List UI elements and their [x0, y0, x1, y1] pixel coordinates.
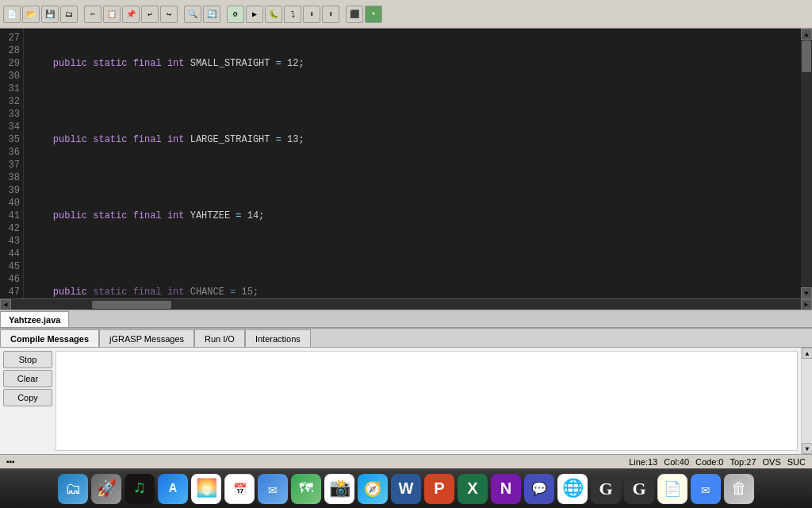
compile-messages-label: Compile Messages — [10, 334, 89, 344]
toolbar: 📄 📂 💾 🗂 ✂ 📋 📌 ↩ ↪ 🔍 🔄 ⚙ ▶ 🐛 ⤵ ⬇ ⬆ ⬛ ▪ — [0, 0, 812, 29]
save-file-button[interactable]: 💾 — [41, 6, 59, 23]
clear-button[interactable]: Clear — [3, 370, 52, 387]
code-line-27: public static final int SMALL_STRAIGHT =… — [30, 57, 795, 70]
scroll-thumb[interactable] — [802, 40, 811, 72]
code-line-32 — [30, 248, 795, 260]
code-line-29: public static final int LARGE_STRAIGHT =… — [30, 133, 795, 146]
scroll-up-button[interactable]: ▲ — [801, 29, 812, 40]
dock-photos-app[interactable]: 📸 — [324, 474, 354, 504]
watch-button[interactable]: ▪ — [365, 6, 382, 23]
bottom-content: Stop Clear Copy ▲ ▼ — [0, 348, 812, 454]
hscroll-track[interactable] — [11, 299, 801, 310]
dock-onenote[interactable]: N — [491, 474, 521, 504]
tab-jgrasp-messages[interactable]: jGRASP Messages — [99, 329, 194, 347]
dock-appstore[interactable]: A — [158, 474, 188, 504]
code-line-31: public static final int YAHTZEE = 14; — [30, 210, 795, 222]
dock-g1[interactable]: G — [591, 474, 621, 504]
dock-chrome[interactable]: 🌐 — [557, 474, 588, 504]
dock-excel[interactable]: X — [458, 474, 488, 504]
editor-wrapper: 27 28 29 30 31 32 33 34 35 36 37 38 39 4… — [0, 29, 812, 310]
copy-button[interactable]: 📋 — [103, 6, 121, 23]
save-all-button[interactable]: 🗂 — [60, 6, 78, 23]
dock-trash[interactable]: 🗑 — [724, 474, 754, 504]
tab-bar: Yahtzee.java — [0, 310, 812, 327]
code-line-33: public static final int CHANCE = 15; — [30, 286, 795, 298]
dock-spotify[interactable]: ♫ — [124, 474, 155, 504]
dock-mail-app[interactable]: ✉ — [691, 474, 721, 504]
scroll-left-button[interactable]: ◀ — [0, 299, 11, 310]
interactions-label: Interactions — [255, 334, 301, 344]
bottom-panel: Compile Messages jGRASP Messages Run I/O… — [0, 327, 812, 454]
copy-output-button[interactable]: Copy — [3, 389, 52, 406]
dock-g2[interactable]: G — [624, 474, 654, 504]
dock-calendar[interactable]: 📅 — [224, 474, 255, 504]
debug-button[interactable]: 🐛 — [265, 6, 282, 23]
tab-yahtzee-java[interactable]: Yahtzee.java — [0, 311, 69, 327]
status-code: Code:0 — [695, 457, 723, 467]
status-top: Top:27 — [730, 457, 756, 467]
tab-compile-messages[interactable]: Compile Messages — [0, 329, 99, 347]
replace-button[interactable]: 🔄 — [203, 6, 220, 23]
new-file-button[interactable]: 📄 — [3, 6, 21, 23]
dock-safari[interactable]: 🧭 — [358, 474, 388, 504]
bottom-tab-bar: Compile Messages jGRASP Messages Run I/O… — [0, 329, 812, 348]
breakpoint-button[interactable]: ⬛ — [346, 6, 363, 23]
run-io-label: Run I/O — [205, 334, 235, 344]
code-editor[interactable]: public static final int SMALL_STRAIGHT =… — [24, 29, 801, 298]
bottom-buttons: Stop Clear Copy — [0, 348, 56, 454]
status-col: Col:40 — [664, 457, 689, 467]
status-insert: SUC — [787, 457, 806, 467]
status-mode: OVS — [763, 457, 781, 467]
code-area: 27 28 29 30 31 32 33 34 35 36 37 38 39 4… — [0, 29, 812, 298]
step-into-button[interactable]: ⬇ — [303, 6, 320, 23]
dock-finder[interactable]: 🗂 — [58, 474, 88, 504]
line-numbers: 27 28 29 30 31 32 33 34 35 36 37 38 39 4… — [0, 29, 24, 298]
dock-teams[interactable]: 💬 — [524, 474, 554, 504]
dock-word[interactable]: W — [391, 474, 421, 504]
bottom-scroll-down[interactable]: ▼ — [802, 443, 812, 454]
dock-maps[interactable]: 🗺 — [291, 474, 321, 504]
code-line-30 — [30, 171, 795, 184]
step-over-button[interactable]: ⤵ — [284, 6, 301, 23]
redo-button[interactable]: ↪ — [160, 6, 178, 23]
tab-interactions[interactable]: Interactions — [245, 329, 311, 347]
find-button[interactable]: 🔍 — [184, 6, 201, 23]
dock-powerpoint[interactable]: P — [424, 474, 454, 504]
tab-run-io[interactable]: Run I/O — [194, 329, 245, 347]
dock-photos[interactable]: 🌅 — [191, 474, 221, 504]
run-button[interactable]: ▶ — [246, 6, 263, 23]
status-bar: ▪▪▪ Line:13 Col:40 Code:0 Top:27 OVS SUC — [0, 454, 812, 468]
jgrasp-messages-label: jGRASP Messages — [109, 334, 184, 344]
stop-button[interactable]: Stop — [3, 351, 52, 368]
dock-mail-link[interactable]: ✉ — [258, 474, 288, 504]
bottom-scroll-up[interactable]: ▲ — [802, 348, 812, 359]
dock-launchpad[interactable]: 🚀 — [91, 474, 121, 504]
hscroll-thumb[interactable] — [92, 301, 171, 309]
tab-label: Yahtzee.java — [9, 315, 60, 325]
bottom-scrollbar[interactable]: ▲ ▼ — [801, 348, 812, 454]
status-left: ▪▪▪ — [6, 457, 15, 466]
horizontal-scrollbar[interactable]: ◀ ▶ — [0, 298, 812, 310]
status-line: Line:13 — [629, 457, 657, 467]
dock-notes[interactable]: 📄 — [657, 474, 688, 504]
code-line-28 — [30, 95, 795, 108]
scroll-down-button[interactable]: ▼ — [801, 287, 812, 298]
step-out-button[interactable]: ⬆ — [322, 6, 339, 23]
compile-button[interactable]: ⚙ — [227, 6, 244, 23]
vertical-scrollbar[interactable]: ▲ ▼ — [801, 29, 812, 298]
undo-button[interactable]: ↩ — [141, 6, 159, 23]
cut-button[interactable]: ✂ — [84, 6, 102, 23]
status-right: Line:13 Col:40 Code:0 Top:27 OVS SUC — [629, 457, 806, 467]
bottom-output-area — [56, 351, 798, 451]
paste-button[interactable]: 📌 — [122, 6, 140, 23]
dock: 🗂 🚀 ♫ A 🌅 📅 ✉ 🗺 📸 🧭 W P X N 💬 🌐 G G 📄 ✉ … — [0, 468, 812, 508]
scroll-right-button[interactable]: ▶ — [801, 299, 812, 310]
scroll-track[interactable] — [801, 40, 812, 287]
open-file-button[interactable]: 📂 — [22, 6, 40, 23]
